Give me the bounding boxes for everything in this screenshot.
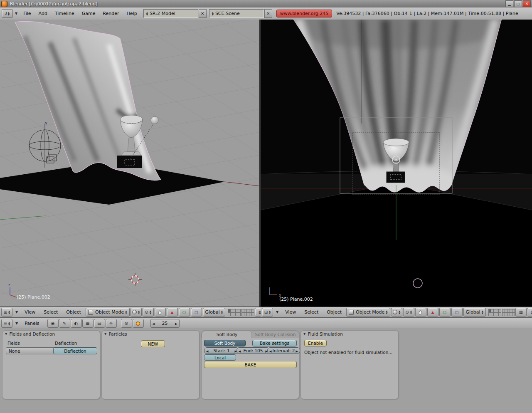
scene-selector[interactable]: SCE:Scene <box>209 9 264 18</box>
scale-manipulator-button[interactable]: □ <box>451 308 463 317</box>
panel-collapse-icon[interactable] <box>5 332 9 336</box>
physics-subcontext-button[interactable] <box>133 319 144 328</box>
3d-viewport-right[interactable]: x (25) Plane.002 <box>261 20 532 307</box>
new-particle-system-button[interactable]: NEW <box>141 340 165 347</box>
end-frame-field[interactable]: End: 105 <box>236 347 270 354</box>
editor-type-button[interactable]: ⊞ <box>262 308 273 317</box>
menu-object[interactable]: Object <box>62 309 85 315</box>
menu-render[interactable]: Render <box>99 11 123 16</box>
main-menubar: i File Add Timeline Game Render Help SR:… <box>0 7 532 20</box>
scene-delete-button[interactable]: ✕ <box>264 9 272 18</box>
viewport-header-left: ⊞ View Select Object Object Mode ⊙ ▲ ○ □ <box>0 307 261 318</box>
editor-type-button[interactable]: ≡ <box>1 319 12 328</box>
rotate-manipulator-button[interactable]: ○ <box>179 308 190 317</box>
object-subcontext-button[interactable]: ⊙ <box>121 319 132 328</box>
editing-context-button[interactable]: ▤ <box>94 319 105 328</box>
menu-help[interactable]: Help <box>123 11 141 16</box>
translate-manipulator-button[interactable]: ▲ <box>167 308 178 317</box>
header-collapse-icon[interactable] <box>13 310 20 314</box>
frame-increment-icon[interactable] <box>175 321 177 326</box>
fluid-enable-button[interactable]: Enable <box>304 340 327 346</box>
translate-manipulator-button[interactable]: ▲ <box>427 308 438 317</box>
spinner-icon <box>410 310 412 314</box>
script-context-button[interactable]: ✎ <box>59 319 70 328</box>
menu-add[interactable]: Add <box>35 11 51 16</box>
spinner-icon <box>482 310 483 314</box>
layers-grid[interactable] <box>228 309 254 316</box>
draw-type-icon <box>393 310 397 314</box>
sphere-object[interactable] <box>151 116 158 124</box>
menu-select[interactable]: Select <box>40 309 62 315</box>
scale-manipulator-button[interactable]: □ <box>191 308 202 317</box>
interval-value: Interval: 2 <box>273 348 295 353</box>
frame-decrement-icon[interactable] <box>153 321 155 326</box>
blender-org-badge[interactable]: www.blender.org 245 <box>276 10 332 17</box>
layers-grid[interactable] <box>488 309 515 316</box>
scene-context-button[interactable]: ☼ <box>106 319 117 328</box>
deflection-toggle-button[interactable]: Deflection <box>53 347 97 354</box>
object-sub-icon: ⊙ <box>125 321 128 326</box>
draw-type-dropdown[interactable] <box>391 308 402 317</box>
increment-icon[interactable] <box>296 348 298 353</box>
decrement-icon[interactable] <box>239 348 241 353</box>
shading-context-button[interactable]: ◐ <box>71 319 82 328</box>
3d-viewport-left[interactable]: y z <box>0 20 259 307</box>
fields-type-dropdown[interactable]: None <box>6 347 57 354</box>
header-collapse-icon[interactable] <box>274 310 281 314</box>
orientation-dropdown[interactable]: Global <box>203 308 225 317</box>
screen-selector[interactable]: SR:2-Model <box>143 9 198 18</box>
grid-icon: ▦ <box>519 310 523 314</box>
manipulator-toggle-button[interactable] <box>415 308 426 317</box>
panel-collapse-icon[interactable] <box>303 332 308 336</box>
pivot-dropdown[interactable]: ⊙ <box>143 308 154 317</box>
bake-button[interactable]: BAKE <box>204 361 297 368</box>
goblet-base[interactable] <box>387 172 405 183</box>
orientation-dropdown[interactable]: Global <box>463 308 486 317</box>
header-extra-button[interactable]: ▤ <box>527 308 532 317</box>
manipulator-toggle-button[interactable] <box>155 308 166 317</box>
bake-settings-toggle-button[interactable]: Bake settings <box>252 340 297 346</box>
menu-collapse-icon[interactable] <box>13 12 20 15</box>
mode-dropdown[interactable]: Object Mode <box>86 308 130 317</box>
editor-type-button[interactable]: i <box>2 9 13 18</box>
tab-soft-body[interactable]: Soft Body <box>202 331 252 338</box>
menu-timeline[interactable]: Timeline <box>51 11 78 16</box>
decrement-icon[interactable] <box>206 348 208 353</box>
goblet-base[interactable] <box>117 156 142 168</box>
panel-header[interactable]: Particles <box>102 331 199 337</box>
mode-dropdown[interactable]: Object Mode <box>346 308 390 317</box>
logic-context-button[interactable]: ◉ <box>47 319 59 328</box>
rotate-manipulator-button[interactable]: ○ <box>439 308 451 317</box>
draw-type-dropdown[interactable] <box>131 308 142 317</box>
screen-delete-button[interactable]: ✕ <box>199 9 207 18</box>
3d-view-editor-icon: ⊞ <box>4 310 7 314</box>
interval-field[interactable]: Interval: 2 <box>267 347 300 354</box>
object-context-button[interactable]: ▦ <box>82 319 94 328</box>
panel-header[interactable]: Fluid Simulation <box>301 331 398 337</box>
material-sphere-icon: ◐ <box>74 321 78 326</box>
menu-object[interactable]: Object <box>323 309 345 315</box>
close-button[interactable]: ✕ <box>523 0 531 7</box>
start-frame-field[interactable]: Start: 1 <box>204 347 239 354</box>
local-toggle-button[interactable]: Local <box>204 354 236 361</box>
maximize-button[interactable]: □ <box>514 0 522 7</box>
panel-collapse-icon[interactable] <box>104 332 108 336</box>
pivot-dropdown[interactable]: ⊙ <box>403 308 414 317</box>
viewport-header-right: ⊞ View Select Object Object Mode ⊙ ▲ ○ □ <box>261 307 532 318</box>
menu-game[interactable]: Game <box>78 11 99 16</box>
header-collapse-icon[interactable] <box>13 321 20 325</box>
menu-view[interactable]: View <box>21 309 39 315</box>
editor-type-button[interactable]: ⊞ <box>1 308 12 317</box>
header-extra-button[interactable]: ▦ <box>515 308 527 317</box>
frame-number-field[interactable]: 25 <box>150 319 180 328</box>
decrement-icon[interactable] <box>269 348 271 353</box>
mode-label: Object Mode <box>95 309 124 315</box>
so​ft-body-enable-button[interactable]: Soft Body <box>204 340 246 346</box>
minimize-button[interactable]: ▁ <box>505 0 513 7</box>
menu-select[interactable]: Select <box>300 309 322 315</box>
tab-soft-body-collision[interactable]: Soft Body Collision <box>251 331 299 338</box>
panels-menu[interactable]: Panels <box>21 321 43 326</box>
menu-file[interactable]: File <box>20 11 34 16</box>
panel-header[interactable]: Fields and Deflection <box>2 331 100 337</box>
menu-view[interactable]: View <box>281 309 300 315</box>
